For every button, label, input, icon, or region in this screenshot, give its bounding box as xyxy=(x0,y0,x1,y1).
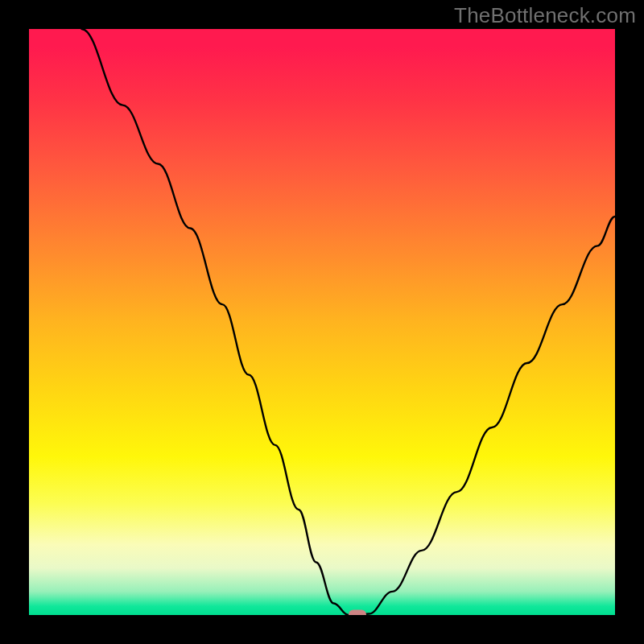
minimum-marker xyxy=(349,610,366,616)
watermark-text: TheBottleneck.com xyxy=(454,3,636,28)
bottleneck-curve xyxy=(29,29,615,615)
chart-frame: TheBottleneck.com xyxy=(0,0,644,644)
plot-area xyxy=(29,29,615,615)
